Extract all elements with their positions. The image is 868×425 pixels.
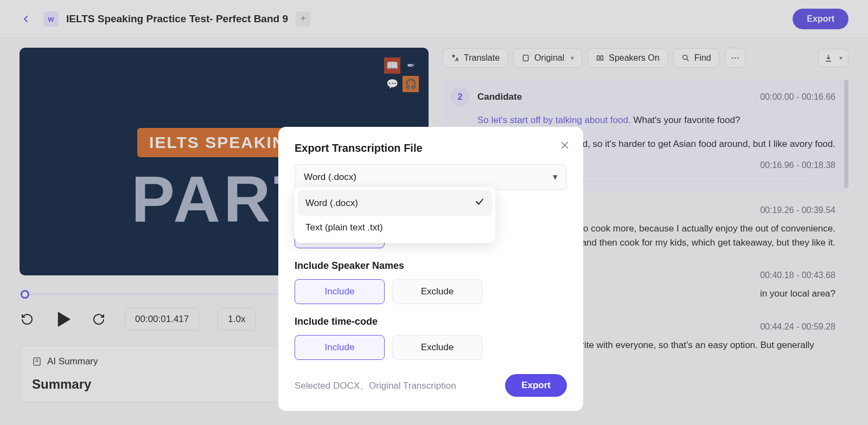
modal-overlay[interactable]: Export Transcription File Word (.docx) ▾… — [0, 0, 868, 425]
format-option-label: Text (plain text .txt) — [305, 222, 383, 233]
check-icon — [475, 197, 484, 209]
format-option-label: Word (.docx) — [305, 198, 358, 209]
format-option-txt[interactable]: Text (plain text .txt) — [298, 216, 492, 240]
timecode-include[interactable]: Include — [295, 335, 385, 360]
modal-close-button[interactable] — [557, 138, 572, 153]
format-option-docx[interactable]: Word (.docx) — [298, 190, 492, 216]
timecode-exclude[interactable]: Exclude — [392, 335, 482, 360]
caret-down-icon: ▾ — [553, 171, 558, 183]
export-modal: Export Transcription File Word (.docx) ▾… — [278, 127, 583, 411]
modal-export-button[interactable]: Export — [505, 374, 567, 397]
modal-title: Export Transcription File — [295, 142, 567, 154]
modal-status: Selected DOCX、Original Transcription — [295, 379, 456, 392]
close-icon — [559, 140, 570, 151]
section-include-timecode: Include time-code — [295, 316, 567, 327]
format-select[interactable]: Word (.docx) ▾ — [295, 164, 567, 190]
speaker-exclude[interactable]: Exclude — [392, 279, 482, 304]
format-dropdown: Word (.docx) Text (plain text .txt) — [295, 187, 495, 243]
speaker-include[interactable]: Include — [295, 279, 385, 304]
section-include-speaker: Include Speaker Names — [295, 260, 567, 272]
format-select-value: Word (.docx) — [304, 172, 356, 183]
